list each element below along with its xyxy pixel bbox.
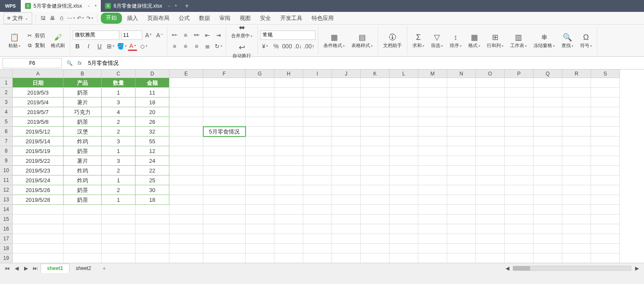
cell[interactable]: 2 [102,117,135,127]
wrap-text-button[interactable]: ↩ 自动换行 [229,42,255,60]
cell[interactable] [203,185,246,195]
cell[interactable] [418,195,447,205]
cell[interactable] [390,117,418,127]
cell[interactable] [533,156,562,166]
cell[interactable]: 1 [102,146,135,156]
cell[interactable] [418,175,447,185]
percent-icon[interactable]: % [271,42,281,51]
cell[interactable] [64,224,102,234]
cell[interactable] [505,107,533,117]
quick-access-icon[interactable]: ⋯ [67,14,75,22]
cell[interactable]: 2019/5/12 [13,127,64,136]
cell[interactable] [274,214,303,224]
cell[interactable] [562,234,591,244]
cell[interactable] [591,214,620,224]
cell[interactable]: 5月零食情况 [203,127,246,136]
cell[interactable]: 11 [135,88,169,97]
cell[interactable] [13,224,64,234]
cell[interactable] [476,175,505,185]
number-format-select[interactable] [260,31,315,40]
cell[interactable]: 32 [135,127,169,136]
cell[interactable] [390,127,418,136]
column-header[interactable]: F [203,70,246,78]
decrease-font-icon[interactable]: A⁻ [155,31,164,40]
cell[interactable] [418,205,447,214]
cell[interactable]: 18 [135,195,169,205]
cell[interactable] [169,88,203,97]
border-icon[interactable]: ⊞ [106,42,115,51]
cell[interactable] [169,214,203,224]
cell[interactable] [562,136,591,146]
cell[interactable] [303,156,332,166]
cell[interactable]: 金额 [135,78,169,88]
cell[interactable] [533,127,562,136]
align-bottom-icon[interactable]: ⬵ [192,31,201,40]
cell[interactable] [418,166,447,175]
cell[interactable] [447,224,476,234]
cell[interactable] [418,127,447,136]
cell[interactable]: 2 [102,185,135,195]
sheet-tab[interactable]: sheet2 [69,264,97,273]
cell[interactable] [591,195,620,205]
cell[interactable] [246,127,274,136]
column-header[interactable]: J [332,70,361,78]
cell[interactable] [246,224,274,234]
cell[interactable]: 2019/5/22 [13,156,64,166]
symbol-button[interactable]: Ω符号 [578,31,594,50]
cell[interactable] [332,107,361,117]
cell[interactable] [591,253,620,263]
column-header[interactable]: D [135,70,169,78]
cell[interactable] [562,156,591,166]
cell[interactable] [332,97,361,107]
cell[interactable]: 1 [102,195,135,205]
cell[interactable] [169,166,203,175]
prev-sheet-icon[interactable]: ◀ [13,265,20,272]
last-sheet-icon[interactable]: ⏭ [31,265,39,272]
cell[interactable] [169,146,203,156]
cell[interactable] [390,195,418,205]
indent-decrease-icon[interactable]: ⇤ [203,31,212,40]
cell[interactable] [203,78,246,88]
cell[interactable] [203,97,246,107]
cell[interactable] [246,253,274,263]
cell[interactable] [169,127,203,136]
cell[interactable] [447,234,476,244]
column-header[interactable]: P [505,70,533,78]
cell[interactable] [246,107,274,117]
column-header[interactable]: N [447,70,476,78]
cell[interactable] [361,136,390,146]
menu-tab-插入[interactable]: 插入 [123,13,142,24]
conditional-format-button[interactable]: ▦条件格式 [321,31,347,50]
cell[interactable]: 24 [135,156,169,166]
cell[interactable] [447,117,476,127]
cell[interactable] [591,205,620,214]
cell[interactable]: 18 [135,97,169,107]
cell[interactable] [303,117,332,127]
cell[interactable] [476,214,505,224]
column-header[interactable]: S [591,70,620,78]
cell[interactable] [332,146,361,156]
cell[interactable] [591,175,620,185]
cell[interactable] [274,234,303,244]
cell[interactable] [102,224,135,234]
cell[interactable] [169,195,203,205]
cell[interactable] [505,166,533,175]
cell[interactable] [447,214,476,224]
cell[interactable] [418,78,447,88]
cell[interactable] [505,117,533,127]
horizontal-scrollbar[interactable] [513,266,631,271]
row-header[interactable]: 6 [0,127,13,136]
bold-icon[interactable]: B [73,42,82,51]
cell[interactable] [476,205,505,214]
italic-icon[interactable]: I [84,42,93,51]
cell[interactable] [533,175,562,185]
cell[interactable] [332,214,361,224]
cell[interactable]: 2 [102,127,135,136]
cell[interactable] [274,166,303,175]
cell[interactable] [274,156,303,166]
cell[interactable] [562,127,591,136]
row-header[interactable]: 9 [0,156,13,166]
close-tab-icon[interactable]: • [95,3,97,9]
column-header[interactable]: C [102,70,135,78]
font-family-select[interactable] [73,31,119,40]
